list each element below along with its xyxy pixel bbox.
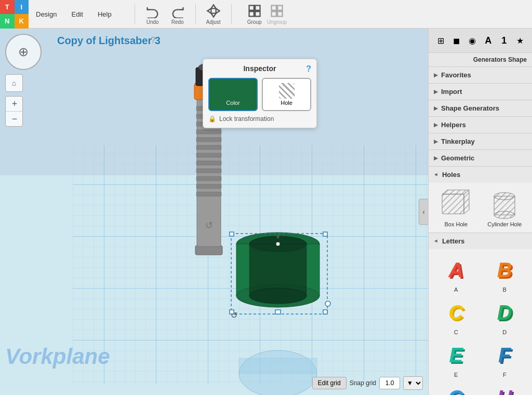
group-tools: Group Ungroup — [247, 4, 287, 25]
edit-menu-button[interactable]: Edit — [64, 0, 90, 28]
helpers-section: ▶ Helpers — [429, 117, 532, 133]
nav-menu: Design Edit Help — [29, 0, 119, 28]
panel-top-icons: ⊞ ◼ ◉ A 1 ★ — [429, 29, 532, 53]
svg-rect-0 — [249, 5, 254, 10]
sphere-view-icon[interactable]: ◉ — [464, 33, 480, 48]
letter-e-label: E — [454, 372, 458, 378]
box-view-icon[interactable]: ◼ — [449, 33, 464, 48]
color-button[interactable]: Color — [208, 78, 258, 111]
favorites-section: ▶ Favorites — [429, 67, 532, 84]
letters-grid: A A B B C C D D — [434, 254, 527, 395]
letters-header[interactable]: ▼ Letters — [429, 233, 532, 249]
grid-view-icon[interactable]: ⊞ — [433, 33, 448, 48]
favorites-header[interactable]: ▶ Favorites — [429, 67, 532, 83]
undo-button[interactable]: Undo — [145, 4, 160, 25]
inspector-help-button[interactable]: ? — [306, 64, 311, 74]
ungroup-button[interactable]: Ungroup — [267, 4, 287, 25]
edit-grid-button[interactable]: Edit grid — [312, 377, 347, 389]
group-button[interactable]: Group — [247, 4, 262, 25]
letter-f-item[interactable]: F F — [483, 339, 527, 378]
project-title-text: Copy of Lightsaber 3 — [57, 35, 161, 46]
svg-rect-11 — [73, 145, 428, 384]
lock-transformation-button[interactable]: 🔒 Lock transformation — [208, 115, 311, 122]
main-area: ↺ ▼ ↺ — [0, 29, 532, 395]
star-view-icon[interactable]: ★ — [512, 33, 528, 48]
letter-h-item[interactable]: H H — [483, 382, 527, 395]
import-label: Import — [441, 88, 462, 96]
lock-icon: 🔒 — [208, 115, 216, 122]
svg-rect-2 — [249, 11, 254, 16]
cylinder-hole-item[interactable]: Cylinder Hole — [483, 188, 527, 227]
letter-b-shape: B — [486, 254, 523, 285]
number-view-icon[interactable]: 1 — [496, 33, 512, 48]
holes-label: Holes — [442, 171, 460, 179]
import-arrow: ▶ — [434, 89, 438, 94]
tinkerplay-arrow: ▶ — [434, 139, 438, 144]
letter-a-label: A — [454, 287, 458, 293]
shape-generators-section: ▶ Shape Generators — [429, 100, 532, 117]
holes-header[interactable]: ▼ Holes — [429, 167, 532, 183]
letter-h-shape: H — [486, 382, 523, 395]
letter-a-shape: A — [438, 254, 474, 285]
redo-button[interactable]: Redo — [170, 4, 185, 25]
color-label: Color — [226, 100, 240, 106]
zoom-out-button[interactable]: − — [6, 112, 23, 126]
nav-orbit-control[interactable] — [5, 34, 42, 70]
letters-section: ▼ Letters A A B B C C — [429, 233, 532, 395]
zoom-in-button[interactable]: + — [6, 97, 23, 111]
letters-arrow: ▼ — [433, 239, 439, 244]
logo-t: T — [0, 0, 15, 14]
holes-arrow: ▼ — [433, 172, 439, 178]
panel-collapse-button[interactable]: ‹ — [419, 199, 428, 225]
letter-c-item[interactable]: C C — [434, 297, 478, 335]
hole-label: Hole — [281, 100, 292, 106]
geometric-label: Geometric — [441, 154, 474, 162]
snap-grid-label: Snap grid — [350, 379, 376, 387]
letter-b-item[interactable]: B B — [483, 254, 527, 293]
letters-label: Letters — [442, 237, 464, 245]
geometric-header[interactable]: ▶ Geometric — [429, 150, 532, 166]
letter-g-item[interactable]: G G — [434, 382, 478, 395]
helpers-header[interactable]: ▶ Helpers — [429, 117, 532, 133]
workplane-text: Vorkplane — [5, 344, 110, 369]
help-menu-button[interactable]: Help — [90, 0, 119, 28]
canvas-area[interactable]: ↺ ▼ ↺ — [0, 29, 428, 395]
import-header[interactable]: ▶ Import — [429, 84, 532, 100]
holes-content: Box Hole — [429, 183, 532, 233]
svg-point-55 — [494, 211, 515, 219]
help-button[interactable]: ? — [151, 36, 155, 45]
svg-rect-49 — [442, 194, 464, 214]
shape-generators-header[interactable]: ▶ Shape Generators — [429, 100, 532, 116]
letter-b-label: B — [503, 287, 507, 293]
svg-rect-6 — [271, 11, 276, 16]
letter-e-shape: E — [438, 339, 474, 371]
generators-shape-header: Generators Shape — [429, 53, 532, 67]
letters-content: A A B B C C D D — [429, 249, 532, 395]
box-hole-item[interactable]: Box Hole — [434, 188, 478, 227]
cylinder-hole-label: Cylinder Hole — [487, 221, 522, 227]
letter-a-item[interactable]: A A — [434, 254, 478, 293]
hole-button[interactable]: Hole — [262, 78, 311, 111]
view-home-button[interactable]: ⌂ — [5, 74, 23, 92]
letter-d-item[interactable]: D D — [483, 297, 527, 335]
toolbar-divider-1 — [135, 4, 135, 24]
logo-k: K — [15, 14, 29, 29]
tinkerplay-header[interactable]: ▶ Tinkerplay — [429, 133, 532, 149]
viewport-controls: ⌂ + − — [5, 34, 42, 127]
inspector-title: Inspector — [208, 64, 311, 73]
box-hole-label: Box Hole — [444, 221, 468, 227]
letter-d-label: D — [502, 329, 507, 335]
letter-e-item[interactable]: E E — [434, 339, 478, 378]
toolbar-divider-2 — [195, 4, 196, 24]
design-menu-button[interactable]: Design — [29, 0, 64, 28]
snap-dropdown[interactable]: ▼ — [403, 376, 423, 390]
holes-section: ▼ Holes — [429, 167, 532, 233]
import-section: ▶ Import — [429, 84, 532, 100]
snap-value-input[interactable] — [379, 377, 400, 389]
adjust-button[interactable]: Adjust — [206, 4, 221, 25]
svg-rect-1 — [255, 5, 260, 10]
text-view-icon[interactable]: A — [481, 33, 496, 48]
shape-generators-label: Shape Generators — [441, 104, 499, 112]
color-swatch — [225, 83, 241, 99]
shape-gen-arrow: ▶ — [434, 105, 438, 111]
